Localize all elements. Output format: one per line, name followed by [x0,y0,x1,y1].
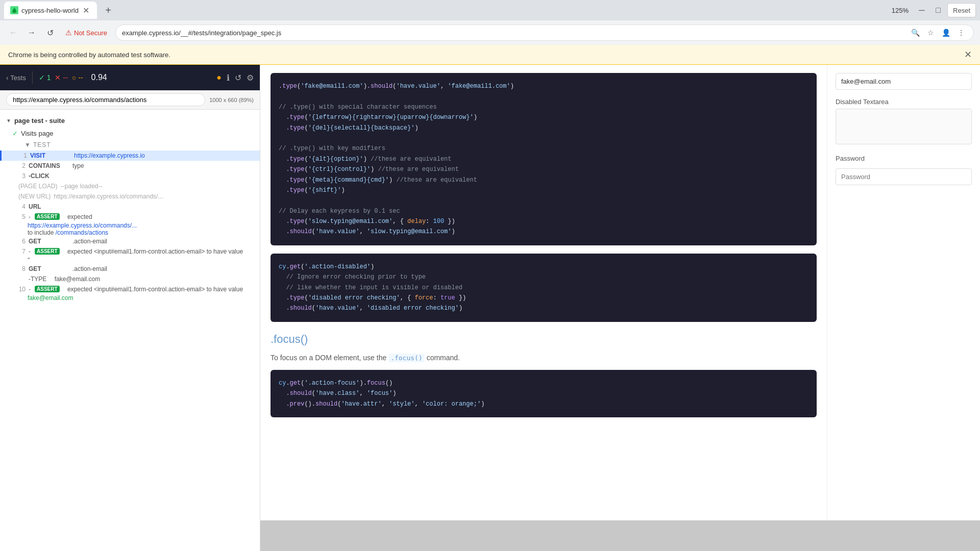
app-url-input[interactable] [6,93,205,106]
back-to-tests[interactable]: ‹ Tests [6,74,26,82]
new-tab-button[interactable]: + [101,3,115,17]
disabled-textarea[interactable] [836,109,972,144]
focus-desc: To focus on a DOM element, use the .focu… [271,352,817,364]
browser-tab[interactable]: 🌲 cypress-hello-world ✕ [4,2,97,19]
zoom-level: 125% [888,5,913,16]
window-controls: 125% ─ □ Reset [888,3,976,17]
cmd-row-4[interactable]: 4 URL [0,202,260,212]
code-line: // .type() with key modifiers [279,143,808,154]
cmd-row-5-url: https://example.cypress.io/commands/... [0,222,260,229]
tab-favicon: 🌲 [10,6,18,14]
cmd-row-6[interactable]: 6 GET .action-email [0,236,260,246]
code-line: // Delay each keypress by 0.1 sec [279,206,808,216]
code-block-1: .type('fake@email1.com').should('have.va… [271,73,817,245]
code-line: .type('disabled error checking', { force… [279,293,808,303]
maximize-button[interactable]: □ [931,3,945,17]
settings-icon[interactable]: ⚙ [247,73,254,83]
suite-arrow-icon: ▼ [6,118,11,123]
suite-title: page test - suite [14,117,65,124]
code-panel: .type('fake@email1.com').should('have.va… [260,65,827,520]
code-line: .type('fake@email1.com').should('have.va… [279,81,808,91]
forward-button[interactable]: → [24,26,39,40]
warning-icon-btn[interactable]: ● [216,73,222,82]
banner-text: Chrome is being controlled by automated … [8,51,170,59]
reload-button[interactable]: ↺ [43,26,57,40]
address-bar: ← → ↺ ⚠ Not Secure example.cypress.io/__… [0,20,980,45]
cmd-row-10[interactable]: 10 - ASSERT expected <input#email1.form-… [0,284,260,294]
test-list: ▼ page test - suite ✓ Visits page ▼ TEST… [0,110,260,551]
code-block-2: cy.get('.action-disabled') // Ignore err… [271,254,817,322]
address-icons: 🔍 ☆ 👤 ⋮ [909,27,967,39]
pass-count: ✓ 1 [39,73,51,82]
back-button[interactable]: ← [6,26,20,40]
viewport-badge: 1000 x 660 (89%) [209,97,254,103]
app-url-bar: 1000 x 660 (89%) [0,90,260,110]
search-icon[interactable]: 🔍 [909,27,921,39]
focus-code-block: cy.get('.action-focus').focus() .should(… [271,370,817,417]
code-line [279,133,808,143]
test-pass-icon: ✓ [12,130,18,137]
pending-count: ○ -- [72,73,83,82]
code-line: .type('{del}{selectall}{backspace}') [279,123,808,133]
minimize-button[interactable]: ─ [915,3,929,17]
cmd-row-5-desc: to include /commands/actions [0,229,260,236]
focus-section: .focus() To focus on a DOM element, use … [271,330,817,417]
code-line: // like whether the input is visible or … [279,283,808,293]
test-item[interactable]: ✓ Visits page [0,128,260,139]
focus-title: .focus() [271,330,817,348]
code-line: .type('slow.typing@email.com', { delay: … [279,216,808,227]
banner-close-button[interactable]: ✕ [964,49,972,60]
url-bar[interactable]: example.cypress.io/__#/tests/integration… [115,24,974,41]
cmd-row-7-val: '' [0,257,260,264]
security-warning: ⚠ Not Secure [61,27,111,39]
app-content: .type('fake@email1.com').should('have.va… [260,65,980,520]
cypress-right-panel: .type('fake@email1.com').should('have.va… [260,65,980,551]
code-line: cy.get('.action-focus').focus() [279,378,808,388]
reset-button[interactable]: Reset [947,3,976,17]
test-label: Visits page [21,130,53,137]
url-text: example.cypress.io/__#/tests/integration… [122,29,909,37]
reload-icon[interactable]: ↺ [235,73,241,83]
fail-count: ✕ -- [55,73,67,82]
menu-icon[interactable]: ⋮ [955,27,967,39]
code-line: .should('have.class', 'focus') [279,388,808,398]
code-line: .type('{shift}') [279,185,808,195]
cmd-row-9[interactable]: -TYPE fake@email.com [0,274,260,284]
test-section-label: ▼ TEST [0,139,260,151]
code-line [279,91,808,102]
cmd-row-7[interactable]: 7 - ASSERT expected <input#email1.form-c… [0,246,260,257]
cmd-row-10-val: fake@email.com [0,294,260,302]
password-input[interactable] [836,168,972,185]
account-icon[interactable]: 👤 [940,27,952,39]
disabled-textarea-label: Disabled Textarea [836,98,972,106]
password-label: Password [836,155,972,162]
code-line: // Ignore error checking prior to type [279,272,808,282]
code-line: .type('{meta}{command}{cmd}') //these ar… [279,175,808,185]
cmd-row-3[interactable]: 3 -CLICK [0,171,260,181]
cmd-row-8[interactable]: 8 GET .action-email [0,264,260,274]
code-line: // .type() with special character sequen… [279,102,808,112]
code-line: .prev().should('have.attr', 'style', 'co… [279,399,808,409]
code-line: .should('have.value', 'disabled error ch… [279,303,808,313]
right-sidebar: Disabled Textarea Password [827,65,980,520]
cmd-row-1[interactable]: 1 VISIT https://example.cypress.io [0,151,260,161]
cypress-left-panel: ‹ Tests ✓ 1 ✕ -- ○ -- 0.94 ● [0,65,260,551]
tab-close-button[interactable]: ✕ [82,6,91,15]
code-line: .should('have.value', 'slow.typing@email… [279,227,808,237]
bottom-gray-area [260,520,980,551]
cypress-toolbar: ‹ Tests ✓ 1 ✕ -- ○ -- 0.94 ● [0,65,260,90]
code-line: .type('{alt}{option}') //these are equiv… [279,154,808,164]
suite-header[interactable]: ▼ page test - suite [0,114,260,128]
new-url-row: (NEW URL) https://example.cypress.io/com… [0,191,260,202]
page-load-row: (PAGE LOAD) --page loaded-- [0,181,260,191]
password-section: Password [836,155,972,185]
info-icon[interactable]: ℹ [227,73,230,83]
toolbar-right: ● ℹ ↺ ⚙ [216,73,254,83]
cmd-row-5[interactable]: 5 - ASSERT expected [0,212,260,222]
toolbar-divider [32,71,33,84]
duration: 0.94 [91,73,107,82]
bookmark-icon[interactable]: ☆ [924,27,937,39]
cmd-row-2[interactable]: 2 CONTAINS type [0,161,260,171]
title-bar: 🌲 cypress-hello-world ✕ + 125% ─ □ Reset [0,0,980,20]
email-input[interactable] [836,73,972,90]
